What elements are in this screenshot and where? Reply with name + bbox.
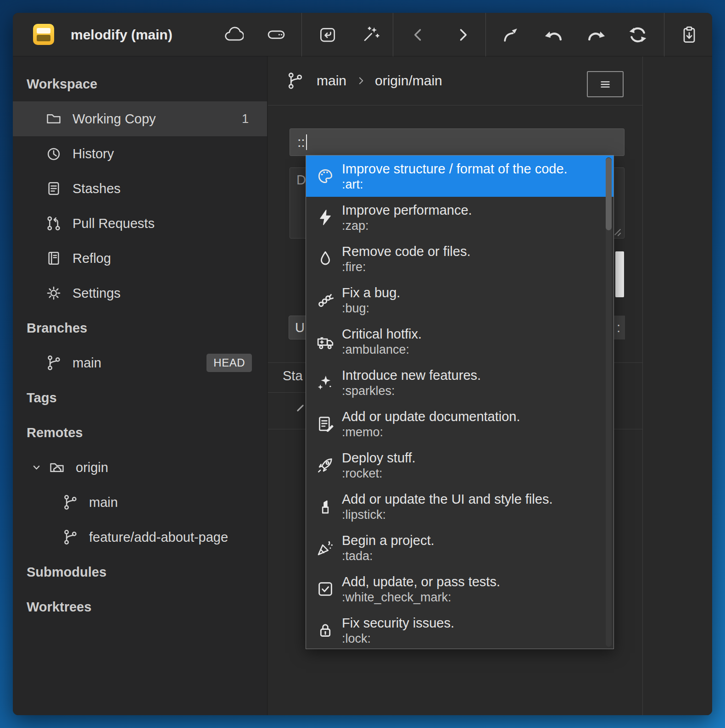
history-icon <box>45 145 62 162</box>
gitmoji-option-rocket[interactable]: Deploy stuff.:rocket: <box>306 445 613 486</box>
app-icon <box>33 24 54 45</box>
gitmoji-code: :art: <box>342 177 568 192</box>
dropdown-scrollbar-thumb[interactable] <box>606 158 612 230</box>
commit-subject-input[interactable]: :: <box>290 128 625 156</box>
window-title: melodify (main) <box>71 13 173 56</box>
drive-icon[interactable] <box>266 25 286 45</box>
gitmoji-option-sparkles[interactable]: Introduce new features.:sparkles: <box>306 362 613 403</box>
ambulance-icon <box>316 332 335 350</box>
sidebar-item-stashes[interactable]: Stashes <box>13 171 267 206</box>
sidebar-item-reflog[interactable]: Reflog <box>13 241 267 276</box>
gitmoji-option-tada[interactable]: Begin a project.:tada: <box>306 527 613 568</box>
emoji-code-fragment: : <box>613 316 625 339</box>
gitmoji-option-memo[interactable]: Add or update documentation.:memo: <box>306 403 613 445</box>
gitmoji-code: :white_check_mark: <box>342 590 500 605</box>
gitmoji-title: Fix security issues. <box>342 615 454 631</box>
toolbar-divider <box>485 13 486 56</box>
magic-wand-icon[interactable] <box>360 25 380 45</box>
sidebar-item-origin-feature[interactable]: feature/add-about-page <box>13 520 267 555</box>
sidebar-item-label: Working Copy <box>72 111 156 127</box>
gitmoji-code: :memo: <box>342 425 520 440</box>
share-icon[interactable] <box>501 25 521 45</box>
gitmoji-title: Add or update the UI and style files. <box>342 491 552 507</box>
gitmoji-title: Begin a project. <box>342 532 435 549</box>
gitmoji-option-fire[interactable]: Remove code or files.:fire: <box>306 238 613 279</box>
sidebar-item-working-copy[interactable]: Working Copy 1 <box>13 101 267 136</box>
gitmoji-title: Add or update documentation. <box>342 408 520 425</box>
gitmoji-option-art[interactable]: Improve structure / format of the code.:… <box>306 156 613 197</box>
gitmoji-code: :zap: <box>342 218 472 233</box>
gitmoji-code: :fire: <box>342 260 470 275</box>
sidebar-item-label: origin <box>76 460 108 475</box>
rocket-icon <box>316 456 335 474</box>
remote-folder-icon <box>48 459 66 476</box>
gitmoji-option-zap[interactable]: Improve performance.:zap: <box>306 197 613 238</box>
zap-icon <box>316 208 335 227</box>
sidebar-item-origin-main[interactable]: main <box>13 485 267 520</box>
gitmoji-title: Fix a bug. <box>342 284 400 301</box>
gitmoji-title: Improve performance. <box>342 202 472 218</box>
fire-icon <box>316 250 335 268</box>
app-window: melodify (main) Workspace Working Copy 1… <box>13 13 712 715</box>
gitmoji-autocomplete-dropdown: Improve structure / format of the code.:… <box>306 155 614 649</box>
toolbar-divider <box>664 13 664 56</box>
commit-panel: main origin/main :: D U : <box>268 56 643 715</box>
chevron-down-icon[interactable] <box>30 461 43 474</box>
button-label-fragment: U <box>295 320 305 335</box>
gitmoji-code: :lipstick: <box>342 507 552 522</box>
working-copy-count-badge: 1 <box>242 112 249 126</box>
gitmoji-title: Add, update, or pass tests. <box>342 573 500 590</box>
gitmoji-option-ambulance[interactable]: Critical hotfix.:ambulance: <box>306 321 613 362</box>
commit-box-icon[interactable] <box>318 25 338 45</box>
back-icon[interactable] <box>408 25 429 45</box>
text-caret <box>306 134 307 150</box>
sidebar-header-tags: Tags <box>13 380 267 415</box>
sidebar-item-label: Reflog <box>72 251 111 266</box>
sidebar-item-pull-requests[interactable]: Pull Requests <box>13 206 267 241</box>
sidebar-item-branch-main[interactable]: main HEAD <box>13 345 267 380</box>
gitmoji-code: :tada: <box>342 549 435 564</box>
resize-grip-icon[interactable] <box>613 228 622 236</box>
divider <box>268 392 306 393</box>
gear-icon <box>45 284 62 302</box>
gitmoji-title: Improve structure / format of the code. <box>342 161 568 177</box>
breadcrumb-branch[interactable]: main <box>317 73 346 89</box>
panel-menu-button[interactable] <box>587 71 624 97</box>
undo-icon[interactable] <box>544 25 564 45</box>
sparkles-icon <box>316 373 335 392</box>
head-badge: HEAD <box>206 354 252 372</box>
gitmoji-option-bug[interactable]: Fix a bug.:bug: <box>306 279 613 321</box>
gitmoji-code: :sparkles: <box>342 383 481 399</box>
gitmoji-option-lipstick[interactable]: Add or update the UI and style files.:li… <box>306 486 613 527</box>
branch-icon <box>45 354 62 372</box>
folder-icon <box>45 110 62 128</box>
breadcrumb-upstream[interactable]: origin/main <box>375 73 442 89</box>
sidebar-item-label: feature/add-about-page <box>89 530 228 545</box>
sidebar-item-history[interactable]: History <box>13 136 267 171</box>
sidebar-item-label: main <box>72 356 101 371</box>
sidebar-item-remote-origin[interactable]: origin <box>13 450 267 485</box>
lock-icon <box>316 621 335 639</box>
forward-icon[interactable] <box>452 25 473 45</box>
gitmoji-option-check[interactable]: Add, update, or pass tests.:white_check_… <box>306 568 613 610</box>
sidebar-item-label: Pull Requests <box>72 216 155 231</box>
sync-icon[interactable] <box>628 25 648 45</box>
control-fragment <box>615 251 624 297</box>
memo-icon <box>316 415 335 433</box>
sidebar-header-submodules: Submodules <box>13 555 267 589</box>
sidebar-header-workspace: Workspace <box>13 67 267 101</box>
toolbar-divider <box>393 13 393 56</box>
clipboard-download-icon[interactable] <box>679 25 699 45</box>
dropdown-scrollbar-track[interactable] <box>606 157 612 647</box>
tada-icon <box>316 539 335 557</box>
title-bar: melodify (main) <box>13 13 712 56</box>
cloud-icon[interactable] <box>223 25 244 45</box>
gitmoji-title: Deploy stuff. <box>342 450 416 466</box>
toolbar-divider <box>301 13 302 56</box>
gitmoji-code: :lock: <box>342 631 454 646</box>
sidebar-item-settings[interactable]: Settings <box>13 276 267 311</box>
redo-icon[interactable] <box>586 25 606 45</box>
sidebar-item-label: History <box>72 146 114 161</box>
right-panel <box>643 56 712 715</box>
gitmoji-option-lock[interactable]: Fix security issues.:lock: <box>306 610 613 649</box>
